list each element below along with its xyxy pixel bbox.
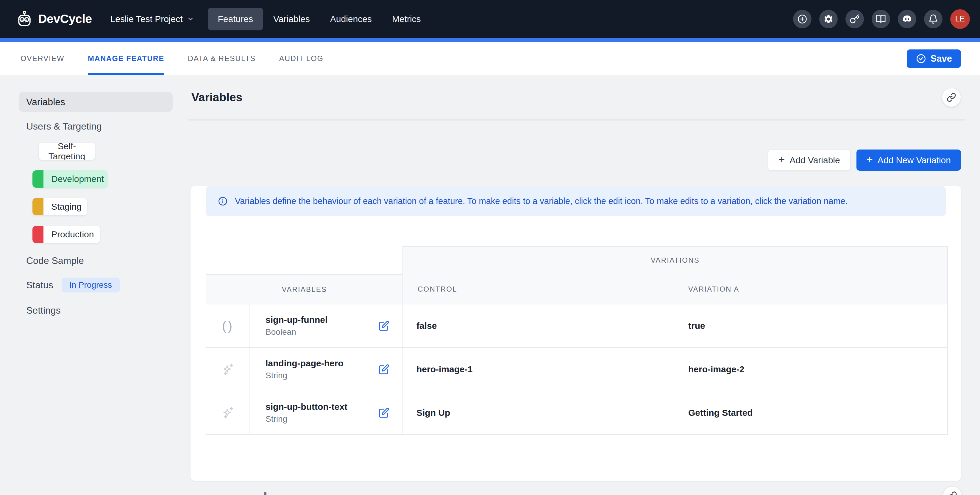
string-type-icon (221, 406, 235, 420)
project-name: Leslie Test Project (110, 14, 183, 24)
page-title: Variables (191, 91, 242, 104)
key-icon (850, 14, 860, 24)
edit-variable-button[interactable] (379, 407, 390, 418)
clipped-next-section-text (264, 492, 266, 495)
info-banner: Variables define the behaviour of each v… (206, 186, 946, 216)
sidebar-item-environment-staging[interactable]: Staging (32, 198, 87, 215)
devcycle-logo-icon (16, 10, 33, 28)
column-header-control[interactable]: CONTROL (402, 274, 675, 304)
link-icon (948, 491, 957, 495)
save-label: Save (931, 53, 952, 64)
column-header-variables: VARIABLES (206, 274, 402, 304)
plus-icon: + (867, 154, 873, 165)
navbar-actions: LE (793, 9, 970, 29)
sidebar-item-environment-production[interactable]: Production (32, 226, 100, 243)
add-new-variation-label: Add New Variation (878, 155, 951, 165)
primary-nav: Features Variables Audiences Metrics (208, 8, 431, 30)
header-divider (188, 119, 966, 120)
development-color-bar (32, 170, 43, 188)
link-icon (947, 92, 956, 102)
tab-overview[interactable]: OVERVIEW (21, 42, 64, 75)
staging-label: Staging (43, 202, 87, 212)
add-new-variation-button[interactable]: + Add New Variation (856, 150, 961, 171)
production-label: Production (43, 229, 100, 239)
project-selector[interactable]: Leslie Test Project (110, 14, 194, 24)
control-value: false (417, 321, 437, 331)
info-banner-text: Variables define the behaviour of each v… (235, 196, 848, 206)
gear-icon (823, 14, 834, 24)
column-header-variation-a[interactable]: VARIATION A (675, 274, 948, 304)
edit-variable-button[interactable] (379, 320, 390, 331)
discord-button[interactable] (898, 10, 916, 28)
development-label: Development (43, 174, 107, 184)
status-label[interactable]: Status (26, 280, 53, 291)
variable-type-cell: () (206, 304, 250, 348)
feature-tabbar: OVERVIEW MANAGE FEATURE DATA & RESULTS A… (0, 42, 980, 75)
chevron-down-icon (187, 16, 194, 22)
status-badge: In Progress (62, 278, 120, 293)
variation-a-value: true (688, 321, 705, 331)
user-avatar[interactable]: LE (950, 9, 970, 29)
variations-group-header: VARIATIONS (402, 246, 948, 274)
sidebar-status-row: Status In Progress (26, 278, 188, 293)
sidebar-item-users-targeting[interactable]: Users & Targeting (26, 121, 188, 132)
tab-data-results[interactable]: DATA & RESULTS (188, 42, 256, 75)
production-color-bar (32, 226, 43, 243)
variation-a-value: hero-image-2 (688, 364, 744, 374)
section-anchor-link-button[interactable] (942, 88, 961, 107)
tab-manage-feature[interactable]: MANAGE FEATURE (88, 42, 164, 75)
variable-name-cell: sign-up-button-text String (250, 392, 402, 435)
discord-icon (902, 14, 912, 24)
nav-link-features[interactable]: Features (208, 8, 263, 30)
api-keys-button[interactable] (845, 10, 864, 28)
nav-link-metrics[interactable]: Metrics (382, 8, 431, 30)
sidebar-item-self-targeting[interactable]: Self-Targeting (39, 143, 95, 160)
variable-type-cell (206, 392, 250, 435)
nav-link-audiences[interactable]: Audiences (320, 8, 382, 30)
check-circle-icon (916, 53, 926, 64)
sidebar-item-settings[interactable]: Settings (26, 305, 188, 316)
control-value-cell: false (402, 304, 675, 348)
variable-type-cell (206, 348, 250, 392)
sidebar-item-code-sample[interactable]: Code Sample (26, 255, 188, 266)
book-icon (876, 14, 886, 24)
variation-a-value-cell: true (675, 304, 948, 348)
docs-button[interactable] (872, 10, 890, 28)
control-value-cell: hero-image-1 (402, 348, 675, 392)
save-button[interactable]: Save (907, 49, 961, 68)
section-header: Variables (188, 75, 980, 119)
notifications-button[interactable] (924, 10, 942, 28)
main-panel: Variables + Add Variable + Add New Varia… (188, 75, 980, 495)
settings-button[interactable] (819, 10, 838, 28)
control-value-cell: Sign Up (402, 392, 675, 435)
feature-sidebar: Variables Users & Targeting Self-Targeti… (0, 75, 188, 495)
page-body: Variables Users & Targeting Self-Targeti… (0, 75, 980, 495)
self-targeting-label: Self-Targeting (39, 143, 95, 160)
plus-icon: + (778, 154, 785, 165)
add-variable-button[interactable]: + Add Variable (768, 150, 851, 171)
control-value: Sign Up (417, 408, 450, 418)
variables-card: Variables define the behaviour of each v… (191, 186, 961, 481)
table-spacer (206, 246, 402, 274)
bell-icon (928, 14, 938, 24)
control-value: hero-image-1 (417, 364, 473, 374)
staging-color-bar (32, 198, 43, 215)
info-icon (218, 196, 228, 206)
create-button[interactable] (793, 10, 811, 28)
brand-name: DevCycle (38, 12, 92, 26)
sidebar-item-variables[interactable]: Variables (19, 92, 173, 112)
string-type-icon (221, 362, 235, 376)
variables-table: VARIATIONS VARIABLES CONTROL VARIATION A… (206, 246, 948, 435)
edit-variable-button[interactable] (379, 364, 390, 375)
devcycle-brand[interactable]: DevCycle (16, 10, 92, 28)
nav-link-variables[interactable]: Variables (263, 8, 320, 30)
sidebar-item-environment-development[interactable]: Development (32, 170, 107, 188)
plus-circle-icon (797, 14, 808, 24)
accent-bar (0, 38, 980, 42)
boolean-type-icon: () (222, 318, 234, 333)
variation-a-value-cell: Getting Started (675, 392, 948, 435)
top-navbar: DevCycle Leslie Test Project Features Va… (0, 0, 980, 38)
variation-a-value-cell: hero-image-2 (675, 348, 948, 392)
add-variable-label: Add Variable (789, 155, 840, 165)
tab-audit-log[interactable]: AUDIT LOG (279, 42, 324, 75)
